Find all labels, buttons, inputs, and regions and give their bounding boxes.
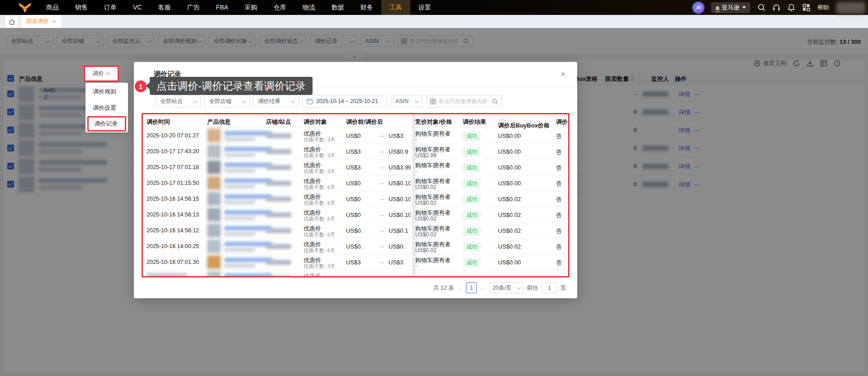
adjust-time: 2025-10-20 07:01:27 — [147, 132, 199, 139]
shop-redacted — [266, 165, 291, 170]
adjust-time: 2025-10-17 01:15:50 — [147, 180, 199, 186]
product-title-redacted — [224, 226, 272, 230]
buybox-price-after: US$0.00 — [498, 148, 521, 155]
competitor: 购物车拥有者 — [415, 256, 451, 264]
page-size-select[interactable]: 20条/页 — [489, 282, 523, 293]
nav-menu-item[interactable]: 销售 — [67, 0, 96, 15]
menu-item[interactable]: 调价记录 — [87, 116, 126, 132]
help-link[interactable]: 帮助 — [817, 4, 829, 12]
record-row[interactable]: 2025-10-16 14:56:15 优惠价 优惠天数: 6天 US$0 → … — [143, 191, 568, 207]
record-row[interactable]: 2025-10-17 17:43:20 优惠价 优惠天数: 3天 US$3 → … — [143, 144, 568, 160]
record-row[interactable]: 2025-10-16 14:56:12 优惠价 优惠天数: 6天 US$0. →… — [143, 223, 568, 239]
modal-site-select[interactable]: 全部站点 — [156, 95, 201, 108]
nav-menu-item[interactable]: 工具 — [381, 0, 410, 15]
arrow-icon: → — [379, 148, 384, 155]
promo-days: 优惠天数: 6天 — [304, 247, 335, 254]
price-record-modal: 调价记录 × 全部站点 全部店铺 调价结果 2025-10-14 ~ 2025-… — [134, 62, 577, 298]
nav-menu-item[interactable]: 仓库 — [266, 0, 294, 15]
status-badge: 成功 — [463, 179, 481, 188]
tab-label: 跟卖调价 — [26, 18, 49, 25]
chevron-up-icon — [106, 72, 110, 76]
next-page-button[interactable]: › — [480, 285, 485, 291]
goto-suffix: 页 — [561, 284, 567, 292]
record-row[interactable]: 2025-10-17 07:01:18 优惠价 优惠天数: 3天 US$3 → … — [143, 160, 568, 175]
marketplace-label: 亚马逊 — [722, 4, 740, 12]
arrow-icon: → — [379, 243, 384, 249]
close-icon[interactable]: × — [560, 70, 565, 79]
adjust-time: 2025-10-16 14:00:25 — [147, 243, 199, 249]
search-placeholder: 双击可批量搜索内容 — [439, 98, 489, 105]
tab-follow-repricing[interactable]: 跟卖调价 × — [21, 15, 62, 28]
nav-menu-item[interactable]: 采购 — [237, 0, 266, 15]
product-sub-redacted — [224, 264, 255, 268]
arrow-icon: → — [379, 211, 384, 218]
menu-item[interactable]: 调价设置 — [85, 100, 128, 116]
fixed-column-divider — [413, 114, 417, 276]
record-row[interactable]: 2025-10-20 07:01:27 优惠价 优惠天数: 3天 US$0 → … — [143, 128, 568, 144]
record-row[interactable]: 2025-10-16 07:01:30 优惠价 优惠天数: 3天 US$3 → … — [143, 254, 568, 270]
menu-item[interactable]: 调价规则 — [85, 84, 128, 100]
apps-grid-icon[interactable] — [802, 4, 810, 11]
pagination: 共 12 条 ‹ 1 › 20条/页 前往 1 页 — [433, 282, 566, 294]
promo-days: 优惠天数: 3天 — [304, 168, 335, 175]
nav-menu-item[interactable]: 客服 — [150, 0, 179, 15]
promo-days: 优惠天数: 6天 — [304, 200, 335, 207]
product-thumbnail — [207, 145, 221, 158]
tab-close-icon[interactable]: × — [52, 18, 56, 25]
date-range-value: 2025-10-14 ~ 2025-10-21 — [316, 98, 378, 104]
annotation-step-badge: 1 — [135, 80, 147, 92]
product-thumbnail — [207, 160, 221, 174]
modal-asin-select[interactable]: ASIN — [391, 95, 422, 108]
modal-batch-search-input[interactable]: 双击可批量搜索内容 — [426, 95, 502, 108]
top-navbar: 商品 销售 订单 VC 客服 广告 FBA 采购 仓库 物流 数据 财 — [0, 0, 868, 15]
nav-menu-item[interactable]: VC — [125, 0, 150, 15]
prev-page-button[interactable]: ‹ — [458, 285, 462, 291]
price-adjust-button[interactable]: 调价 — [85, 67, 118, 80]
nav-menu-item[interactable]: 数据 — [323, 0, 352, 15]
annotation-tooltip: 点击调价-调价记录查看调价记录 — [150, 77, 313, 95]
current-page[interactable]: 1 — [466, 282, 477, 293]
promo-days: 优惠天数: 6天 — [304, 231, 335, 238]
price-after: US$3. — [389, 132, 411, 139]
nav-menu-item[interactable]: FBA — [208, 0, 236, 15]
product-title-redacted — [224, 147, 272, 151]
product-thumbnail — [207, 129, 221, 142]
promo-days: 优惠天数: 3天 — [304, 152, 335, 159]
buybox-after-flag: 否 — [556, 227, 562, 235]
app-logo-icon[interactable] — [18, 2, 32, 13]
headset-icon[interactable] — [773, 4, 780, 11]
adjust-time: 2025-10-17 17:43:20 — [147, 148, 199, 155]
notification-bell-icon[interactable] — [787, 4, 795, 11]
goto-page-input[interactable]: 1 — [542, 282, 557, 293]
avatar[interactable] — [836, 2, 865, 14]
nav-menu-item[interactable]: 物流 — [294, 0, 323, 15]
marketplace-selector[interactable]: a 亚马逊 — [711, 2, 750, 13]
nav-menu-item[interactable]: 商品 — [38, 0, 67, 15]
nav-menu-item[interactable]: 设置 — [410, 0, 439, 15]
home-button[interactable] — [5, 16, 18, 27]
record-row[interactable]: 2025-10-17 01:15:50 优惠价 优惠天数: 6天 US$0 → … — [143, 175, 568, 191]
product-title-redacted — [224, 131, 272, 136]
search-icon[interactable] — [758, 4, 765, 11]
nav-menu-item[interactable]: 财务 — [352, 0, 381, 15]
record-row[interactable]: 2025-10-16 14:56:13 优惠价 优惠天数: 6天 US$0 → … — [143, 207, 568, 223]
product-sub-redacted — [224, 201, 255, 204]
ai-assistant-button[interactable]: AI — [693, 2, 704, 13]
modal-result-select[interactable]: 调价结果 — [253, 95, 299, 108]
shop-redacted — [266, 149, 291, 154]
date-range-picker[interactable]: 2025-10-14 ~ 2025-10-21 — [302, 95, 387, 108]
buybox-price-after: US$0.02 — [498, 196, 521, 202]
price-before: US$0 — [346, 196, 364, 202]
competitor-price: US$0.02 — [415, 184, 436, 190]
product-thumbnail — [207, 255, 221, 269]
buybox-after-flag: 否 — [556, 196, 562, 204]
modal-shop-select[interactable]: 全部店铺 — [204, 95, 250, 108]
record-row[interactable]: 2025-10-16 14:00:25 优惠价 优惠天数: 6天 US$0. →… — [143, 239, 568, 254]
status-badge: 成功 — [463, 147, 481, 157]
caret-down-icon — [742, 6, 746, 9]
price-after: US$3.99 — [389, 164, 411, 171]
nav-menu-item[interactable]: 订单 — [96, 0, 125, 15]
nav-menu-item[interactable]: 广告 — [179, 0, 208, 15]
arrow-icon: → — [379, 164, 384, 170]
product-title-redacted — [224, 258, 272, 262]
